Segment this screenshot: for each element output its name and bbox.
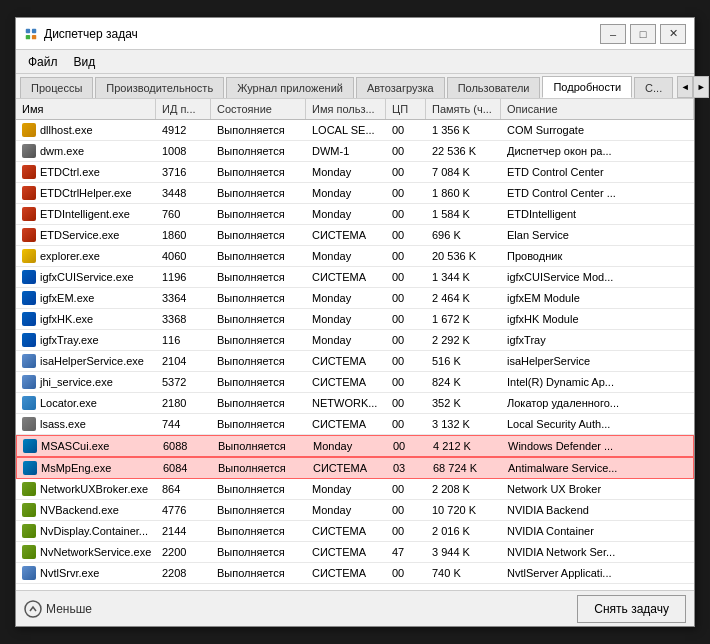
cell-desc: NVIDIA Backend xyxy=(501,500,694,520)
process-icon xyxy=(23,439,37,453)
cell-cpu: 00 xyxy=(386,563,426,583)
cell-name: NVBackend.exe xyxy=(16,500,156,520)
cell-pid: 3448 xyxy=(156,183,211,203)
end-task-button[interactable]: Снять задачу xyxy=(577,595,686,623)
less-button[interactable]: Меньше xyxy=(24,600,92,618)
col-cpu[interactable]: ЦП xyxy=(386,99,426,119)
table-row[interactable]: NvNetworkService.exe 2200 Выполняется СИ… xyxy=(16,542,694,563)
cell-memory: 696 K xyxy=(426,225,501,245)
tab-scroll-right[interactable]: ► xyxy=(693,76,709,98)
tab-users[interactable]: Пользователи xyxy=(447,77,541,98)
table-row[interactable]: igfxHK.exe 3368 Выполняется Monday 00 1 … xyxy=(16,309,694,330)
table-body: dllhost.exe 4912 Выполняется LOCAL SE...… xyxy=(16,120,694,590)
cell-user: DWM-1 xyxy=(306,141,386,161)
cell-status: Выполняется xyxy=(211,414,306,434)
menu-bar: Файл Вид xyxy=(16,50,694,74)
col-pid[interactable]: ИД п... xyxy=(156,99,211,119)
table-row[interactable]: igfxTray.exe 116 Выполняется Monday 00 2… xyxy=(16,330,694,351)
cell-memory: 22 536 K xyxy=(426,141,501,161)
cell-status: Выполняется xyxy=(211,204,306,224)
table-row[interactable]: NVBackend.exe 4776 Выполняется Monday 00… xyxy=(16,500,694,521)
tab-scroll-left[interactable]: ◄ xyxy=(677,76,693,98)
cell-status: Выполняется xyxy=(211,351,306,371)
table-row[interactable]: NetworkUXBroker.exe 864 Выполняется Mond… xyxy=(16,479,694,500)
tab-performance[interactable]: Производительность xyxy=(95,77,224,98)
tab-services[interactable]: С... xyxy=(634,77,673,98)
cell-status: Выполняется xyxy=(211,162,306,182)
cell-status: Выполняется xyxy=(211,120,306,140)
col-user[interactable]: Имя польз... xyxy=(306,99,386,119)
cell-user: Monday xyxy=(306,183,386,203)
cell-desc: NvtlServer Applicati... xyxy=(501,563,694,583)
cell-pid: 3716 xyxy=(156,162,211,182)
process-name: ETDService.exe xyxy=(40,229,119,241)
menu-file[interactable]: Файл xyxy=(20,53,66,71)
table-row[interactable]: igfxCUIService.exe 1196 Выполняется СИСТ… xyxy=(16,267,694,288)
tab-startup[interactable]: Автозагрузка xyxy=(356,77,445,98)
table-row[interactable]: NvDisplay.Container... 2144 Выполняется … xyxy=(16,521,694,542)
table-row[interactable]: ETDIntelligent.exe 760 Выполняется Monda… xyxy=(16,204,694,225)
cell-pid: 6088 xyxy=(157,436,212,456)
table-row[interactable]: ETDService.exe 1860 Выполняется СИСТЕМА … xyxy=(16,225,694,246)
table-row[interactable]: Locator.exe 2180 Выполняется NETWORK... … xyxy=(16,393,694,414)
process-icon xyxy=(22,312,36,326)
tab-processes[interactable]: Процессы xyxy=(20,77,93,98)
col-status[interactable]: Состояние xyxy=(211,99,306,119)
cell-user: Monday xyxy=(306,330,386,350)
table-row[interactable]: igfxEM.exe 3364 Выполняется Monday 00 2 … xyxy=(16,288,694,309)
cell-cpu: 00 xyxy=(386,120,426,140)
table-row[interactable]: explorer.exe 4060 Выполняется Monday 00 … xyxy=(16,246,694,267)
cell-pid: 6084 xyxy=(157,458,212,478)
tab-details[interactable]: Подробности xyxy=(542,76,632,98)
cell-cpu: 00 xyxy=(386,141,426,161)
process-name: explorer.exe xyxy=(40,250,100,262)
cell-desc: Проводник xyxy=(501,246,694,266)
process-icon xyxy=(22,524,36,538)
cell-status: Выполняется xyxy=(211,141,306,161)
cell-cpu: 00 xyxy=(387,436,427,456)
cell-cpu: 00 xyxy=(386,393,426,413)
table-row[interactable]: ETDCtrl.exe 3716 Выполняется Monday 00 7… xyxy=(16,162,694,183)
process-name: NvtlSrvr.exe xyxy=(40,567,99,579)
table-row[interactable]: dwm.exe 1008 Выполняется DWM-1 00 22 536… xyxy=(16,141,694,162)
col-memory[interactable]: Память (ч... xyxy=(426,99,501,119)
cell-user: СИСТЕМА xyxy=(306,563,386,583)
process-name: ETDCtrl.exe xyxy=(40,166,100,178)
table-row[interactable]: NvtlSrvr.exe 2208 Выполняется СИСТЕМА 00… xyxy=(16,563,694,584)
process-icon xyxy=(22,566,36,580)
close-button[interactable]: ✕ xyxy=(660,24,686,44)
table-row[interactable]: jhi_service.exe 5372 Выполняется СИСТЕМА… xyxy=(16,372,694,393)
cell-desc: NVIDIA Network Ser... xyxy=(501,542,694,562)
cell-cpu: 00 xyxy=(386,500,426,520)
tabs-bar: Процессы Производительность Журнал прило… xyxy=(16,74,694,99)
cell-name: MsMpEng.exe xyxy=(17,458,157,478)
tab-app-history[interactable]: Журнал приложений xyxy=(226,77,354,98)
process-name: igfxCUIService.exe xyxy=(40,271,134,283)
col-description[interactable]: Описание xyxy=(501,99,694,119)
svg-rect-3 xyxy=(32,34,36,38)
process-table: Имя ИД п... Состояние Имя польз... ЦП Па… xyxy=(16,99,694,590)
maximize-button[interactable]: □ xyxy=(630,24,656,44)
process-name: ETDCtrlHelper.exe xyxy=(40,187,132,199)
process-icon xyxy=(22,228,36,242)
cell-cpu: 00 xyxy=(386,183,426,203)
cell-cpu: 00 xyxy=(386,414,426,434)
window-title: Диспетчер задач xyxy=(44,27,600,41)
table-row[interactable]: isaHelperService.exe 2104 Выполняется СИ… xyxy=(16,351,694,372)
process-name: dllhost.exe xyxy=(40,124,93,136)
cell-cpu: 00 xyxy=(386,479,426,499)
table-row[interactable]: MsMpEng.exe 6084 Выполняется СИСТЕМА 03 … xyxy=(16,457,694,479)
cell-memory: 824 K xyxy=(426,372,501,392)
cell-memory: 1 344 K xyxy=(426,267,501,287)
cell-desc: Elan Service xyxy=(501,225,694,245)
minimize-button[interactable]: – xyxy=(600,24,626,44)
table-row[interactable]: ETDCtrlHelper.exe 3448 Выполняется Monda… xyxy=(16,183,694,204)
col-name[interactable]: Имя xyxy=(16,99,156,119)
table-row[interactable]: lsass.exe 744 Выполняется СИСТЕМА 00 3 1… xyxy=(16,414,694,435)
cell-memory: 20 536 K xyxy=(426,246,501,266)
table-row[interactable]: dllhost.exe 4912 Выполняется LOCAL SE...… xyxy=(16,120,694,141)
cell-memory: 2 464 K xyxy=(426,288,501,308)
process-icon xyxy=(22,123,36,137)
menu-view[interactable]: Вид xyxy=(66,53,104,71)
table-row[interactable]: MSASCui.exe 6088 Выполняется Monday 00 4… xyxy=(16,435,694,457)
